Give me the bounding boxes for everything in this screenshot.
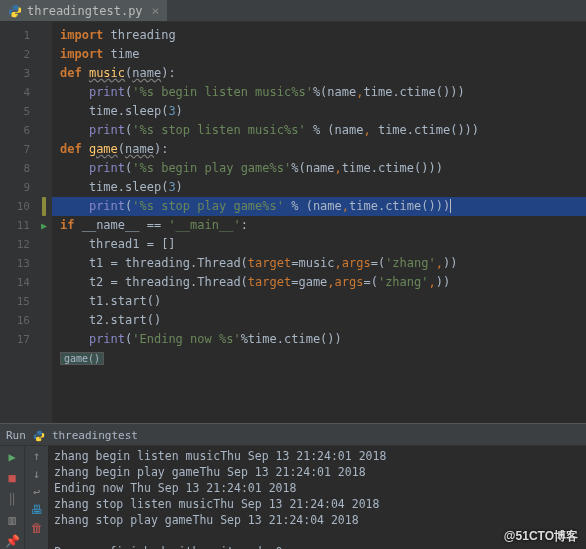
gutter-icons: ▶: [36, 22, 52, 423]
run-left-toolbar-2: ↑ ↓ ↩ 🖶 🗑: [24, 446, 48, 549]
code-editor[interactable]: 1234567891011121314151617 ▶ import threa…: [0, 22, 586, 423]
pin-button[interactable]: 📌: [3, 532, 21, 549]
run-label: Run: [6, 429, 26, 442]
trash-button[interactable]: 🗑: [31, 521, 43, 535]
python-run-icon: [32, 429, 46, 443]
run-console: ▶ ■ ‖ ▥ 📌 ↑ ↓ ↩ 🖶 🗑 zhang begin listen m…: [0, 446, 586, 549]
rerun-button[interactable]: ▶: [3, 449, 21, 466]
run-toolwindow-header[interactable]: Run threadingtest: [0, 426, 586, 446]
python-file-icon: [8, 4, 22, 18]
layout-button[interactable]: ▥: [3, 511, 21, 528]
line-number-gutter: 1234567891011121314151617: [0, 22, 36, 423]
close-icon[interactable]: ×: [152, 3, 160, 18]
tab-filename: threadingtest.py: [27, 4, 143, 18]
print-button[interactable]: 🖶: [31, 503, 43, 517]
watermark: @51CTO博客: [504, 528, 578, 545]
wrap-button[interactable]: ↩: [33, 485, 40, 499]
editor-tab-bar: threadingtest.py ×: [0, 0, 586, 22]
run-left-toolbar: ▶ ■ ‖ ▥ 📌: [0, 446, 24, 549]
up-button[interactable]: ↑: [33, 449, 40, 463]
pause-button[interactable]: ‖: [3, 491, 21, 508]
code-area[interactable]: import threadingimport timedef music(nam…: [52, 22, 586, 423]
run-config-name: threadingtest: [52, 429, 138, 442]
file-tab[interactable]: threadingtest.py ×: [0, 0, 167, 21]
stop-button[interactable]: ■: [3, 470, 21, 487]
down-button[interactable]: ↓: [33, 467, 40, 481]
